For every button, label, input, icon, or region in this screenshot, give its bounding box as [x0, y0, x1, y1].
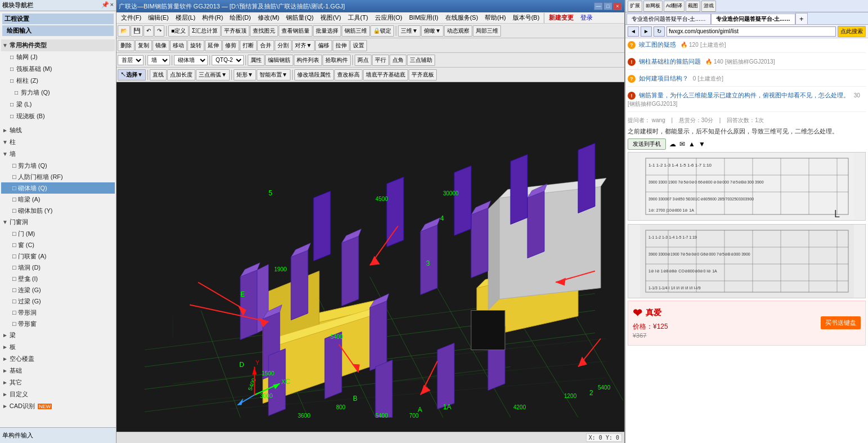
tree-common-types[interactable]: ▼ 常用构件类型	[1, 39, 115, 51]
wall-type-select[interactable]: 砌体墙	[174, 55, 208, 65]
tree-item-raft[interactable]: □ 筏板基础 (M)	[1, 63, 115, 75]
tb-property[interactable]: 属性	[248, 55, 265, 66]
tb-lock[interactable]: 🔒锁定	[370, 25, 394, 37]
menu-file[interactable]: 文件(F)	[118, 12, 145, 23]
tb-define[interactable]: ■定义	[168, 25, 189, 37]
tb-batch-select[interactable]: 批量选择	[313, 25, 341, 37]
tree-group-wall[interactable]: ▼ 墙	[1, 148, 115, 160]
tb-three-arc[interactable]: 三点画弧▼	[196, 69, 230, 80]
tree-item-lintel[interactable]: □ 过梁 (G)	[1, 296, 115, 307]
browser-translate-btn[interactable]: Ad翻译	[664, 1, 684, 12]
tree-item-masonry-rebar[interactable]: □ 砌体加筋 (Y)	[1, 205, 115, 216]
tb-overhead[interactable]: 俯瞰▼	[421, 25, 444, 37]
tree-group-column[interactable]: ▼ 柱	[1, 136, 115, 148]
tb-edit-rebar[interactable]: 编辑钢筋	[265, 55, 293, 66]
tb-view-rebar[interactable]: 查看钢筋量	[279, 25, 312, 37]
browser-network-btn[interactable]: ⊞网板	[643, 1, 663, 12]
qa-title-3[interactable]: 如何建项目结构？	[639, 75, 688, 82]
menu-online[interactable]: 在线服务(S)	[442, 12, 482, 23]
menu-version[interactable]: 版本号(B)	[509, 12, 543, 23]
tb-dynamic-observe[interactable]: 动态观察	[444, 25, 472, 37]
menu-new-change[interactable]: 新建变更	[545, 12, 577, 23]
nav-pin-btn[interactable]: 📌	[101, 1, 109, 10]
tb-split[interactable]: 分割	[275, 40, 292, 51]
tb-undo[interactable]: ↶	[144, 25, 154, 37]
tb-stretch[interactable]: 拉伸	[333, 40, 350, 51]
action-icon-4[interactable]: ▼	[699, 140, 705, 148]
tree-group-doorwindow[interactable]: ▼ 门窗洞	[1, 216, 115, 228]
tb-align[interactable]: 对齐▼	[292, 40, 315, 51]
menu-modify[interactable]: 修改(M)	[254, 12, 283, 23]
qa-title-2[interactable]: 钢柱基础柱的箍筋问题	[639, 58, 701, 65]
tree-item-hidden-beam[interactable]: □ 暗梁 (A)	[1, 194, 115, 205]
action-icon-3[interactable]: ▲	[688, 140, 695, 148]
tb-select[interactable]: ↖选择▼	[118, 69, 146, 80]
floor-select[interactable]: 首层	[118, 55, 144, 65]
tree-item-coupling-beam[interactable]: □ 连梁 (G)	[1, 284, 115, 296]
menu-help[interactable]: 帮助(H)	[481, 12, 509, 23]
browser-screenshot-btn[interactable]: 截图	[686, 1, 700, 12]
tb-move[interactable]: 移动	[170, 40, 187, 51]
tree-item-niche[interactable]: □ 壁龛 (I)	[1, 273, 115, 284]
ad-buy-btn[interactable]: 买书送键盘	[821, 316, 861, 329]
tb-align-foundation[interactable]: 墙底平齐基础底	[363, 69, 408, 80]
tree-item-strip-opening[interactable]: □ 带形洞	[1, 307, 115, 318]
tree-item-strip-window[interactable]: □ 带形窗	[1, 318, 115, 329]
tree-item-masonry-wall[interactable]: □ 砌体墙 (Q)	[1, 182, 115, 194]
qtq-select[interactable]: QTQ-2	[212, 55, 244, 65]
nav-close-btn[interactable]: ×	[110, 1, 114, 10]
tb-settings[interactable]: 设置	[350, 40, 367, 51]
menu-login[interactable]: 登录	[577, 12, 596, 23]
tb-rect[interactable]: 矩形▼	[234, 69, 256, 80]
action-icon-2[interactable]: ✉	[679, 140, 685, 148]
project-settings-btn[interactable]: 工程设置	[2, 14, 114, 24]
tb-align-base-slab[interactable]: 平齐底板	[409, 69, 437, 80]
close-btn[interactable]: ×	[613, 2, 622, 10]
tree-item-door-window[interactable]: □ 门联窗 (A)	[1, 250, 115, 262]
browser-new-tab[interactable]: +	[795, 13, 808, 24]
3d-viewport[interactable]: D C B A E 5 4 3 4 3 2 1A 4500 30000 1900…	[117, 82, 624, 432]
tree-item-beam[interactable]: □ 梁 (L)	[1, 99, 115, 110]
restore-btn[interactable]: □	[603, 2, 612, 10]
tb-3d[interactable]: 三维▼	[398, 25, 420, 37]
tb-two-point[interactable]: 两点	[355, 55, 372, 66]
tree-item-window[interactable]: □ 窗 (C)	[1, 239, 115, 250]
tree-group-foundation[interactable]: ► 基础	[1, 365, 115, 377]
tb-offset[interactable]: 偏移	[315, 40, 332, 51]
browser-expand-btn[interactable]: 扩展	[628, 1, 642, 12]
tree-item-column[interactable]: □ 框柱 (Z)	[1, 75, 115, 87]
tree-item-civil-def-wall[interactable]: □ 人防门框墙 (RF)	[1, 171, 115, 182]
menu-rebar[interactable]: 钢筋量(Q)	[283, 12, 317, 23]
browser-back[interactable]: ◄	[628, 26, 639, 37]
tb-open[interactable]: 📂	[118, 25, 130, 37]
tb-merge[interactable]: 合并	[257, 40, 274, 51]
tree-item-wall-opening[interactable]: □ 墙洞 (D)	[1, 262, 115, 273]
tree-item-shear-wall[interactable]: □ 剪力墙 (Q)	[1, 87, 115, 99]
tree-item-shear-wall2[interactable]: □ 剪力墙 (Q)	[1, 160, 115, 171]
tb-modify-wall-prop[interactable]: 修改墙段属性	[294, 69, 334, 80]
tb-sum[interactable]: Σ汇总计算	[189, 25, 221, 37]
browser-refresh[interactable]: ↻	[654, 26, 665, 37]
menu-component[interactable]: 构件(R)	[199, 12, 226, 23]
tb-rotate[interactable]: 旋转	[187, 40, 204, 51]
tb-align-top[interactable]: 平齐板顶	[221, 25, 249, 37]
browser-search-btn[interactable]: 点此搜索	[838, 26, 866, 37]
tree-group-other[interactable]: ► 其它	[1, 377, 115, 388]
menu-cloud[interactable]: 云应用(O)	[372, 12, 406, 23]
tb-component-list[interactable]: 构件列表	[294, 55, 322, 66]
send-phone-btn[interactable]: 发送到手机	[628, 138, 666, 150]
tree-group-axis[interactable]: ► 轴线	[1, 124, 115, 136]
bottom-input-panel[interactable]: 单构件输入	[0, 427, 116, 443]
tree-item-axis[interactable]: □ 轴网 (J)	[1, 51, 115, 63]
browser-forward[interactable]: ►	[641, 26, 652, 37]
browser-game-btn[interactable]: 游戏	[701, 1, 716, 12]
menu-draw[interactable]: 绘图(D)	[226, 12, 254, 23]
tb-copy[interactable]: 复制	[135, 40, 152, 51]
tree-group-beam[interactable]: ► 梁	[1, 329, 115, 341]
tb-parallel[interactable]: 平行	[372, 55, 389, 66]
tb-local-3d[interactable]: 局部三维	[473, 25, 501, 37]
tb-trim[interactable]: 修剪	[222, 40, 239, 51]
tree-item-slab[interactable]: □ 现浇板 (B)	[1, 110, 115, 122]
component-type-select[interactable]: 墙	[147, 55, 170, 65]
tb-pick-component[interactable]: 拾取构件	[323, 55, 351, 66]
